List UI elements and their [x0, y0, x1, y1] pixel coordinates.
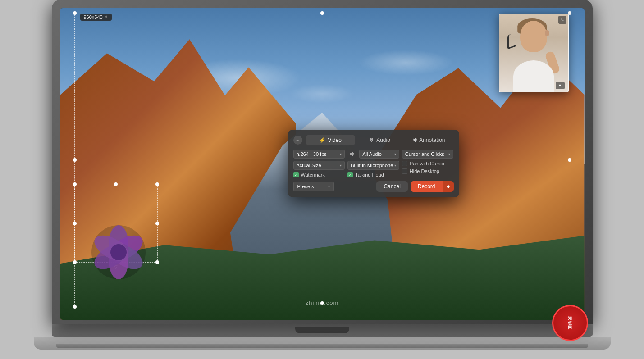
logo-handle-bl[interactable]: [73, 260, 77, 264]
laptop-base: [34, 337, 611, 350]
close-icon: −: [297, 138, 299, 143]
tab-audio[interactable]: 🎙 Audio: [355, 135, 404, 145]
app-logo[interactable]: [87, 221, 150, 284]
codec-row: h.264 - 30 fps ▾: [293, 150, 345, 159]
audio-source-arrow: ▾: [394, 152, 396, 156]
bottom-watermark: zhiniw.com: [306, 300, 339, 306]
record-dropdown-button[interactable]: ⏺: [443, 181, 454, 192]
audio-tab-icon: 🎙: [369, 137, 375, 143]
watermark-checkbox[interactable]: ✓: [293, 172, 299, 177]
size-row: Actual Size ▾: [293, 161, 345, 170]
pan-cursor-checkbox[interactable]: [402, 161, 407, 166]
presets-select[interactable]: Presets ▾: [293, 182, 334, 191]
panel-footer: Presets ▾ Cancel Record ⏺: [293, 181, 454, 192]
size-arrows: ⇕: [105, 15, 108, 19]
handle-tm[interactable]: [320, 11, 324, 15]
video-tab-label: Video: [328, 137, 341, 143]
presets-label: Presets: [297, 184, 314, 189]
logo-handle-tr[interactable]: [155, 182, 159, 186]
record-button[interactable]: Record: [411, 181, 443, 192]
cancel-label: Cancel: [384, 183, 400, 190]
annotation-tab-icon: ✱: [413, 137, 417, 143]
talking-head-row: ✓ Talking Head: [347, 172, 399, 177]
seal-watermark: 知您网: [552, 305, 588, 341]
svg-point-7: [110, 244, 127, 260]
talking-head-checkbox[interactable]: ✓: [347, 172, 353, 177]
handle-bl[interactable]: [73, 305, 77, 309]
panel-tabs: ⚡ Video 🎙 Audio ✱ Annotation: [306, 135, 454, 145]
hide-desktop-row: Hide Desktop: [402, 168, 454, 174]
logo-handle-tl[interactable]: [73, 182, 77, 186]
screen: 知您网 960x540 ⇕: [60, 8, 585, 320]
presets-arrow: ▾: [328, 185, 330, 189]
hide-desktop-checkbox[interactable]: [402, 168, 407, 174]
dropdown-icon: ▼: [558, 83, 562, 88]
size-select[interactable]: Actual Size ▾: [293, 161, 345, 170]
panel-close-btn[interactable]: −: [293, 136, 302, 145]
codec-select-arrow: ▾: [340, 152, 342, 156]
codec-select[interactable]: h.264 - 30 fps ▾: [293, 150, 345, 159]
handle-tl[interactable]: [73, 11, 77, 15]
audio-tab-label: Audio: [376, 137, 390, 143]
mic-row: Built-in Microphone ▾: [347, 161, 399, 170]
speaker-icon: [347, 151, 356, 157]
record-dropdown-icon: ⏺: [446, 184, 450, 189]
seal-text: 知您网: [568, 316, 572, 330]
cancel-button[interactable]: Cancel: [376, 181, 407, 192]
laptop-feet: [56, 344, 588, 348]
logo-handle-tm[interactable]: [114, 182, 118, 186]
panel-body: h.264 - 30 fps ▾ Actual Size ▾ ✓: [293, 150, 454, 177]
mic-select[interactable]: Built-in Microphone ▾: [347, 161, 399, 170]
audio-source-row: All Audio ▾: [347, 150, 399, 159]
laptop-container: 知您网 960x540 ⇕: [34, 0, 611, 359]
video-tab-icon: ⚡: [319, 137, 326, 143]
screen-bezel: 知您网 960x540 ⇕: [52, 0, 593, 324]
annotation-tab-label: Annotation: [419, 137, 445, 143]
person-body: [513, 60, 554, 92]
cursor-select-value: Cursor and Clicks: [405, 151, 444, 157]
record-btn-group: Record ⏺: [411, 181, 454, 192]
svg-rect-8: [350, 153, 351, 155]
size-text: 960x540: [84, 14, 103, 20]
handle-mr[interactable]: [568, 158, 571, 162]
cursor-row: Cursor and Clicks ▾: [402, 150, 454, 159]
tab-annotation[interactable]: ✱ Annotation: [404, 135, 453, 145]
size-select-arrow: ▾: [340, 164, 342, 168]
person-head: [520, 21, 547, 52]
hide-desktop-label: Hide Desktop: [410, 168, 439, 174]
logo-handle-br[interactable]: [155, 260, 159, 264]
record-label: Record: [418, 183, 435, 190]
watermark-row: ✓ Watermark: [293, 172, 345, 177]
audio-source-select[interactable]: All Audio ▾: [359, 150, 399, 159]
annotation-column: Cursor and Clicks ▾ Pan with Cursor Hide…: [402, 150, 454, 177]
settings-panel: − ⚡ Video 🎙 Audio ✱ Annotati: [288, 130, 459, 197]
logo-handle-mr[interactable]: [155, 222, 159, 225]
tab-video[interactable]: ⚡ Video: [306, 135, 355, 145]
cursor-select[interactable]: Cursor and Clicks ▾: [402, 150, 454, 159]
video-column: h.264 - 30 fps ▾ Actual Size ▾ ✓: [293, 150, 345, 177]
audio-column: All Audio ▾ Built-in Microphone ▾ ✓: [347, 150, 399, 177]
watermark-label: Watermark: [301, 172, 325, 177]
size-select-value: Actual Size: [297, 163, 321, 168]
camera-collapse-btn[interactable]: ⤡: [558, 16, 566, 24]
camera-person-bg: [499, 14, 568, 92]
laptop-bottom-bar: [52, 324, 593, 337]
pan-cursor-label: Pan with Cursor: [410, 161, 445, 166]
logo-handle-ml[interactable]: [73, 222, 77, 225]
svg-marker-9: [351, 152, 353, 156]
watermark-url: zhiniw.com: [306, 300, 339, 306]
panel-header: − ⚡ Video 🎙 Audio ✱ Annotati: [293, 135, 454, 145]
cursor-select-arrow: ▾: [448, 152, 450, 156]
size-label[interactable]: 960x540 ⇕: [80, 14, 112, 21]
mic-select-value: Built-in Microphone: [351, 163, 393, 168]
camera-overlay: ⤡ ▼: [499, 14, 569, 92]
laptop-notch: [295, 327, 349, 333]
pan-cursor-row: Pan with Cursor: [402, 161, 454, 166]
collapse-icon: ⤡: [561, 18, 564, 22]
talking-head-label: Talking Head: [355, 172, 384, 177]
audio-source-value: All Audio: [362, 151, 382, 157]
mic-select-arrow: ▾: [394, 164, 396, 168]
codec-select-value: h.264 - 30 fps: [297, 151, 327, 157]
handle-ml[interactable]: [73, 158, 77, 162]
camera-dropdown-btn[interactable]: ▼: [556, 82, 565, 89]
